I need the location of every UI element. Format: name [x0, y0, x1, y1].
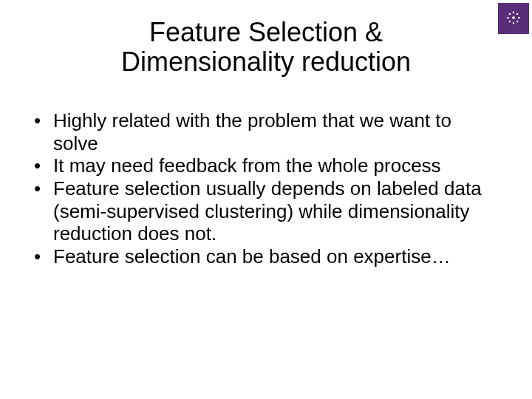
bullet-text: It may need feedback from the whole proc… [53, 154, 499, 177]
bullet-icon: • [33, 245, 53, 268]
bullet-icon: • [33, 109, 53, 132]
list-item: • It may need feedback from the whole pr… [33, 154, 499, 177]
bullet-icon: • [33, 177, 53, 200]
bullet-text: Highly related with the problem that we … [53, 109, 499, 154]
slide-body: • Highly related with the problem that w… [33, 109, 499, 268]
list-item: • Feature selection can be based on expe… [33, 245, 499, 268]
list-item: • Feature selection usually depends on l… [33, 177, 499, 245]
bullet-text: Feature selection usually depends on lab… [53, 177, 499, 245]
bullet-text: Feature selection can be based on expert… [53, 245, 499, 268]
slide-title: Feature Selection & Dimensionality reduc… [0, 18, 532, 78]
bullet-icon: • [33, 154, 53, 177]
list-item: • Highly related with the problem that w… [33, 109, 499, 154]
